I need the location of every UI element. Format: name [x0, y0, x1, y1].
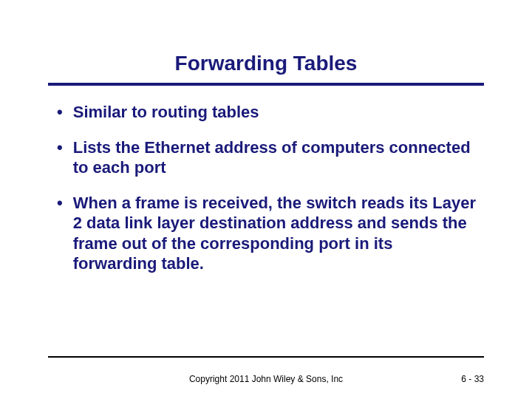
slide-content: • Similar to routing tables • Lists the …: [48, 102, 484, 274]
slide: Forwarding Tables • Similar to routing t…: [0, 0, 532, 399]
footer-divider: [48, 356, 484, 358]
bullet-dot-icon: •: [57, 102, 63, 123]
bullet-item: • Similar to routing tables: [55, 102, 477, 123]
slide-title: Forwarding Tables: [48, 52, 484, 83]
bullet-text: Lists the Ethernet address of computers …: [73, 137, 477, 178]
title-divider: [48, 83, 484, 86]
bullet-dot-icon: •: [57, 193, 63, 214]
bullet-item: • When a frame is received, the switch r…: [55, 193, 477, 274]
page-number: 6 - 33: [461, 374, 484, 384]
copyright-text: Copyright 2011 John Wiley & Sons, Inc: [189, 374, 343, 384]
bullet-text: Similar to routing tables: [73, 102, 477, 123]
bullet-dot-icon: •: [57, 137, 63, 158]
bullet-text: When a frame is received, the switch rea…: [73, 193, 477, 274]
bullet-item: • Lists the Ethernet address of computer…: [55, 137, 477, 178]
